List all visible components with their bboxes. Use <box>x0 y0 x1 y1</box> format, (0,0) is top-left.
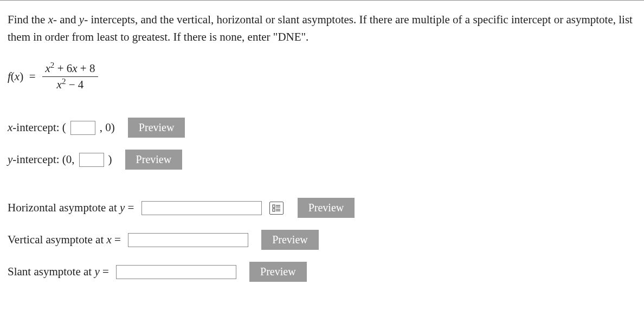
y-intercept-label: y-intercept: (0, <box>8 153 75 166</box>
y-intercept-preview-button[interactable]: Preview <box>125 150 183 170</box>
vertical-asymptote-input[interactable] <box>128 233 248 247</box>
numerator: x2 + 6x + 8 <box>42 61 99 77</box>
x-intercept-preview-button[interactable]: Preview <box>128 118 185 138</box>
question-container: Find the x- and y- intercepts, and the v… <box>0 0 644 315</box>
horizontal-asymptote-preview-button[interactable]: Preview <box>298 198 355 218</box>
y-intercept-input[interactable] <box>79 153 104 167</box>
x-intercept-row: x-intercept: ( , 0) Preview <box>8 118 636 138</box>
y-intercept-suffix: ) <box>108 153 112 166</box>
y-intercept-row: y-intercept: (0, ) Preview <box>8 150 636 170</box>
horizontal-asymptote-row: Horizontal asymptote at y = Preview <box>8 198 636 218</box>
svg-rect-1 <box>273 209 275 211</box>
slant-asymptote-row: Slant asymptote at y = Preview <box>8 262 636 282</box>
svg-rect-0 <box>273 205 275 208</box>
x-intercept-label: x-intercept: ( <box>8 121 66 134</box>
x-intercept-suffix: , 0) <box>100 121 115 134</box>
vertical-asymptote-row: Vertical asymptote at x = Preview <box>8 230 636 250</box>
question-prompt: Find the x- and y- intercepts, and the v… <box>8 11 636 46</box>
function-lhs: f(x) = <box>8 70 36 83</box>
slant-asymptote-input[interactable] <box>116 265 236 279</box>
horizontal-asymptote-input[interactable] <box>141 201 262 215</box>
slant-asymptote-preview-button[interactable]: Preview <box>249 262 307 282</box>
x-intercept-input[interactable] <box>70 121 95 135</box>
horizontal-asymptote-label: Horizontal asymptote at y = <box>8 201 137 215</box>
denominator: x2 − 4 <box>54 77 87 93</box>
vertical-asymptote-preview-button[interactable]: Preview <box>261 230 319 250</box>
function-equation: f(x) = x2 + 6x + 8 x2 − 4 <box>8 61 636 93</box>
keypad-icon[interactable] <box>269 202 284 215</box>
vertical-asymptote-label: Vertical asymptote at x = <box>8 233 124 247</box>
fraction: x2 + 6x + 8 x2 − 4 <box>42 61 99 93</box>
slant-asymptote-label: Slant asymptote at y = <box>8 265 112 279</box>
